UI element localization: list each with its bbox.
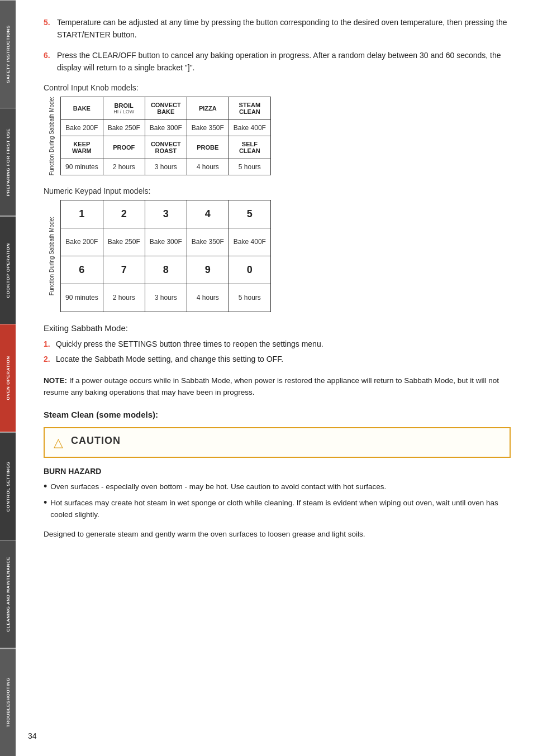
row2-probe: 4 hours — [187, 159, 229, 175]
th-keep-warm: KEEPWARM — [61, 136, 103, 159]
burn-hazard-title: BURN HAZARD — [44, 467, 511, 476]
row2-roast: 3 hours — [145, 159, 187, 175]
num-row1-1: Bake 200F — [61, 228, 103, 256]
list-item-5: 5. Temperature can be adjusted at any ti… — [44, 17, 511, 41]
control-table-wrapper: Function During Sabbath Mode: BAKE BROIL… — [44, 97, 511, 175]
item5-text: Temperature can be adjusted at any time … — [57, 17, 511, 41]
row1-pizza: Bake 350F — [187, 119, 229, 136]
exiting-title: Exiting Sabbath Mode: — [44, 323, 511, 333]
sidebar-item-safety[interactable]: SAFETY INSTRUCTIONS — [0, 0, 16, 108]
list-item-6: 6. Press the CLEAR/OFF button to cancel … — [44, 50, 511, 74]
sidebar-item-cooktop[interactable]: COOKTOP OPERATION — [0, 216, 16, 324]
th-self-clean: SELFCLEAN — [229, 136, 270, 159]
item5-number: 5. — [44, 17, 55, 41]
exit-num-2: 2. — [44, 353, 54, 365]
numeric-keypad-table: 1 2 3 4 5 Bake 200F Bake 250F Bake 300F … — [60, 200, 271, 312]
th-convect-bake: CONVECTBAKE — [145, 97, 187, 119]
num-th-6: 6 — [61, 256, 103, 284]
num-row2-9: 4 hours — [187, 284, 229, 312]
bullet-text-1: Oven surfaces - especially oven bottom -… — [50, 481, 386, 493]
bullet-item-1: • Oven surfaces - especially oven bottom… — [44, 481, 511, 493]
num-row2-7: 2 hours — [103, 284, 145, 312]
num-row1-5: Bake 400F — [229, 228, 270, 256]
th-broil: BROILHi / Low — [103, 97, 145, 119]
control-knob-table: BAKE BROILHi / Low CONVECTBAKE PIZZA STE… — [60, 97, 271, 175]
numeric-rotated-label-wrapper: Function During Sabbath Mode: — [44, 200, 59, 312]
th-convect-roast: CONVECTROAST — [145, 136, 187, 159]
sidebar-item-cleaning[interactable]: CLEANING AND MAINTENANCE — [0, 540, 16, 648]
th-proof: PROOF — [103, 136, 145, 159]
num-th-5: 5 — [229, 200, 270, 228]
sidebar-item-preparing[interactable]: PREPARING FOR FIRST USE — [0, 108, 16, 216]
num-row2-0: 5 hours — [229, 284, 270, 312]
caution-icon: △ — [54, 436, 63, 450]
item6-text: Press the CLEAR/OFF button to cancel any… — [57, 50, 511, 74]
num-th-1: 1 — [61, 200, 103, 228]
num-th-4: 4 — [187, 200, 229, 228]
note-bold: NOTE: — [44, 376, 67, 385]
caution-label: CAUTION — [71, 435, 121, 447]
side-tabs: SAFETY INSTRUCTIONS PREPARING FOR FIRST … — [0, 0, 16, 756]
numeric-rotated-label: Function During Sabbath Mode: — [48, 217, 55, 295]
th-pizza: PIZZA — [187, 97, 229, 119]
sidebar-item-oven[interactable]: OVEN OPERATION — [0, 324, 16, 432]
num-th-7: 7 — [103, 256, 145, 284]
th-bake: BAKE — [61, 97, 103, 119]
bullet-item-2: • Hot surfaces may create hot steam in w… — [44, 497, 511, 521]
num-row2-6: 90 minutes — [61, 284, 103, 312]
bullet-dot-2: • — [44, 497, 47, 521]
row1-broil: Bake 250F — [103, 119, 145, 136]
control-knob-section: Control Input Knob models: Function Duri… — [44, 83, 511, 175]
th-probe: PROBE — [187, 136, 229, 159]
num-th-8: 8 — [145, 256, 187, 284]
bullet-list: • Oven surfaces - especially oven bottom… — [44, 481, 511, 521]
sidebar-item-control[interactable]: CONTROL SETTINGS — [0, 432, 16, 540]
exit-step-1: 1. Quickly press the SETTINGS button thr… — [44, 338, 511, 350]
row1-convect: Bake 300F — [145, 119, 187, 136]
num-row2-8: 3 hours — [145, 284, 187, 312]
exit-step-2: 2. Locate the Sabbath Mode setting, and … — [44, 353, 511, 365]
row2-proof: 2 hours — [103, 159, 145, 175]
row1-steam: Bake 400F — [229, 119, 270, 136]
row1-bake: Bake 200F — [61, 119, 103, 136]
note-text: If a power outage occurs while in Sabbat… — [44, 376, 499, 396]
numeric-table-title: Numeric Keypad Input models: — [44, 186, 511, 195]
rotated-label-wrapper: Function During Sabbath Mode: — [44, 97, 59, 175]
page-number: 34 — [28, 731, 37, 740]
control-table-title: Control Input Knob models: — [44, 83, 511, 92]
numeric-keypad-section: Numeric Keypad Input models: Function Du… — [44, 186, 511, 312]
bullet-text-2: Hot surfaces may create hot steam in wet… — [50, 497, 511, 521]
caution-box: △ CAUTION — [44, 427, 511, 458]
item6-number: 6. — [44, 50, 55, 74]
exit-num-1: 1. — [44, 338, 54, 350]
num-row1-2: Bake 250F — [103, 228, 145, 256]
num-row1-3: Bake 300F — [145, 228, 187, 256]
exit-text-2: Locate the Sabbath Mode setting, and cha… — [56, 353, 283, 365]
bullet-dot-1: • — [44, 481, 47, 493]
num-th-0: 0 — [229, 256, 270, 284]
sidebar-item-troubleshooting[interactable]: TROUBLESHOOTING — [0, 648, 16, 756]
num-th-2: 2 — [103, 200, 145, 228]
num-th-9: 9 — [187, 256, 229, 284]
exit-text-1: Quickly press the SETTINGS button three … — [56, 338, 323, 350]
numeric-table-wrapper: Function During Sabbath Mode: 1 2 3 4 5 … — [44, 200, 511, 312]
designed-text: Designed to generate steam and gently wa… — [44, 529, 511, 540]
row2-selfclean: 5 hours — [229, 159, 270, 175]
num-th-3: 3 — [145, 200, 187, 228]
row2-warm: 90 minutes — [61, 159, 103, 175]
main-content: 5. Temperature can be adjusted at any ti… — [16, 0, 533, 756]
steam-clean-title: Steam Clean (some models): — [44, 410, 511, 419]
th-steam-clean: STEAMCLEAN — [229, 97, 270, 119]
control-rotated-label: Function During Sabbath Mode: — [48, 97, 55, 175]
note-box: NOTE: If a power outage occurs while in … — [44, 375, 511, 399]
num-row1-4: Bake 350F — [187, 228, 229, 256]
